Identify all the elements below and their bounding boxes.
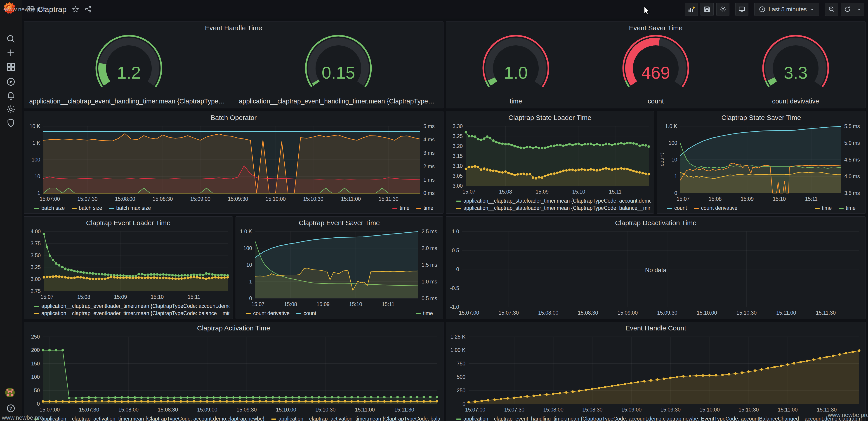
- svg-text:0.5 ms: 0.5 ms: [422, 295, 437, 301]
- legend-item[interactable]: time: [393, 205, 409, 211]
- panel-title[interactable]: Event Saver Time: [446, 22, 866, 34]
- chart-canvas[interactable]: 05010015020025015:07:0015:07:3015:08:001…: [24, 334, 443, 421]
- legend-item[interactable]: count derivative: [246, 310, 289, 316]
- chart-canvas[interactable]: -1.0-0.500.51.015:07:0015:07:3015:08:001…: [446, 229, 866, 319]
- chart-canvas[interactable]: 1101001 K10 K0 ms1 ms2 ms3 ms4 ms5 ms15:…: [24, 124, 443, 214]
- zoom-out-time-button[interactable]: [825, 3, 838, 16]
- panel-event-saver-time: Event Saver Time 1.0time469count3.3count…: [446, 22, 866, 108]
- explore-compass-icon[interactable]: [6, 77, 16, 87]
- help-icon[interactable]: ?: [6, 403, 16, 413]
- save-dashboard-button[interactable]: [701, 3, 714, 16]
- dashboard-settings-button[interactable]: [716, 3, 730, 16]
- svg-text:15:08:00: 15:08:00: [543, 407, 563, 413]
- server-admin-shield-icon[interactable]: [6, 118, 16, 128]
- svg-text:15:09:30: 15:09:30: [237, 407, 257, 413]
- svg-text:15:07:30: 15:07:30: [79, 407, 99, 413]
- panel-title[interactable]: Event Handle Time: [24, 22, 443, 34]
- chart-canvas[interactable]: 3.003.053.103.153.203.253.3015:0715:0815…: [446, 124, 654, 214]
- legend-item[interactable]: application__claptrap_stateloader_timer.…: [456, 205, 651, 211]
- chart-canvas[interactable]: 01101001.0 K3.5 ms4.0 ms4.5 ms5.0 ms5.5 …: [657, 124, 866, 214]
- svg-text:15:11:30: 15:11:30: [816, 310, 836, 316]
- legend-item[interactable]: time: [815, 205, 832, 211]
- legend-item[interactable]: application__claptrap_eventloader_timer.…: [34, 303, 229, 309]
- refresh-button[interactable]: [841, 3, 854, 16]
- legend-item[interactable]: batch size: [72, 205, 102, 211]
- svg-text:15:11:30: 15:11:30: [394, 407, 414, 413]
- favorite-star-icon[interactable]: [72, 5, 79, 13]
- panel-title[interactable]: Batch Operator: [24, 111, 443, 124]
- user-avatar[interactable]: [5, 388, 17, 399]
- svg-text:1.5 ms: 1.5 ms: [422, 262, 437, 268]
- svg-text:200: 200: [31, 347, 40, 353]
- svg-text:1.25 K: 1.25 K: [451, 334, 466, 340]
- legend-item[interactable]: time: [839, 205, 856, 211]
- panel-title[interactable]: Claptrap Deactivation Time: [446, 217, 866, 229]
- time-range-picker[interactable]: Last 5 minutes: [754, 3, 819, 16]
- share-icon[interactable]: [84, 5, 92, 13]
- svg-text:4.00: 4.00: [31, 229, 41, 234]
- chart-legend: application__claptrap_activation_timer.m…: [34, 415, 440, 421]
- svg-text:15:11: 15:11: [609, 189, 622, 195]
- legend-item[interactable]: batch max size: [109, 205, 151, 211]
- mouse-cursor: [643, 6, 651, 16]
- svg-text:1: 1: [249, 279, 252, 285]
- legend-item[interactable]: application__claptrap_stateloader_timer.…: [456, 198, 651, 204]
- panel-title[interactable]: Claptrap Event Loader Time: [24, 217, 232, 229]
- chart-legend: application__claptrap_eventloader_timer.…: [34, 302, 229, 317]
- add-panel-button[interactable]: [685, 3, 698, 16]
- svg-text:0: 0: [37, 401, 40, 407]
- gauge-label: count: [648, 98, 664, 105]
- svg-text:1.00 K: 1.00 K: [451, 347, 466, 353]
- svg-text:3.25: 3.25: [453, 133, 463, 139]
- search-icon[interactable]: [6, 34, 16, 44]
- legend-item[interactable]: count: [667, 205, 687, 211]
- legend-item[interactable]: count: [296, 310, 316, 316]
- chart-canvas[interactable]: 2.753.003.253.503.754.0015:0715:0815:091…: [24, 229, 232, 319]
- legend-item[interactable]: application__claptrap_event_handling_tim…: [456, 416, 862, 421]
- panel-title[interactable]: Claptrap Activation Time: [24, 322, 443, 334]
- svg-text:15:10:00: 15:10:00: [697, 310, 717, 316]
- refresh-interval-dropdown[interactable]: [854, 3, 864, 16]
- chart-canvas[interactable]: 02505007501.00 K1.25 K15:07:0015:07:3015…: [446, 334, 866, 421]
- gauge: 1.2application__claptrap_event_handling_…: [24, 34, 234, 108]
- panel-deactivation-time: Claptrap Deactivation Time -1.0-0.500.51…: [446, 216, 866, 319]
- legend-item[interactable]: time: [416, 310, 433, 316]
- legend-item[interactable]: time: [416, 205, 433, 211]
- svg-text:150: 150: [31, 361, 40, 366]
- gauge: 469count: [586, 34, 726, 108]
- legend-item[interactable]: batch size: [34, 205, 65, 211]
- svg-text:0: 0: [674, 190, 677, 196]
- svg-text:15:10:30: 15:10:30: [315, 407, 336, 413]
- chart-canvas[interactable]: 01101001.0 K0.5 ms1.0 ms1.5 ms2.0 ms2.5 …: [236, 229, 443, 319]
- sidebar: ?: [0, 0, 22, 421]
- dashboards-icon[interactable]: [6, 62, 16, 72]
- svg-text:15:07:00: 15:07:00: [459, 310, 479, 316]
- svg-text:3.75: 3.75: [31, 240, 41, 247]
- cycle-view-mode-button[interactable]: [735, 3, 748, 16]
- legend-item[interactable]: application__claptrap_activation_timer.m…: [34, 416, 265, 421]
- legend-item[interactable]: application__claptrap_eventloader_timer.…: [34, 310, 229, 316]
- gauge-label: application__claptrap_event_handling_tim…: [29, 98, 228, 105]
- legend-item[interactable]: application__claptrap_activation_timer.m…: [271, 416, 440, 421]
- gauge: 1.0time: [446, 34, 586, 108]
- svg-text:100: 100: [32, 157, 40, 163]
- svg-text:4.0 ms: 4.0 ms: [844, 173, 860, 179]
- svg-text:3.00: 3.00: [453, 183, 463, 189]
- panel-title[interactable]: Event Handle Count: [446, 322, 866, 334]
- svg-text:3.5 ms: 3.5 ms: [844, 190, 860, 196]
- panel-title[interactable]: Claptrap Event Saver Time: [236, 217, 443, 229]
- svg-text:15:11:00: 15:11:00: [776, 310, 796, 316]
- panel-title[interactable]: Claptrap State Saver Time: [657, 111, 866, 124]
- gauge-value: 1.0: [504, 63, 528, 82]
- alerting-bell-icon[interactable]: [6, 90, 16, 100]
- configuration-gear-icon[interactable]: [6, 104, 16, 114]
- svg-text:3.30: 3.30: [453, 124, 463, 129]
- chart-legend: application__claptrap_stateloader_timer.…: [456, 197, 651, 212]
- panel-title[interactable]: Claptrap State Loader Time: [446, 111, 654, 124]
- svg-text:0: 0: [249, 295, 252, 301]
- create-plus-icon[interactable]: [6, 48, 16, 58]
- svg-text:4 ms: 4 ms: [423, 137, 435, 142]
- svg-text:15:07:30: 15:07:30: [498, 310, 519, 316]
- legend-item[interactable]: count derivative: [694, 205, 737, 211]
- svg-text:2.0 ms: 2.0 ms: [422, 245, 437, 251]
